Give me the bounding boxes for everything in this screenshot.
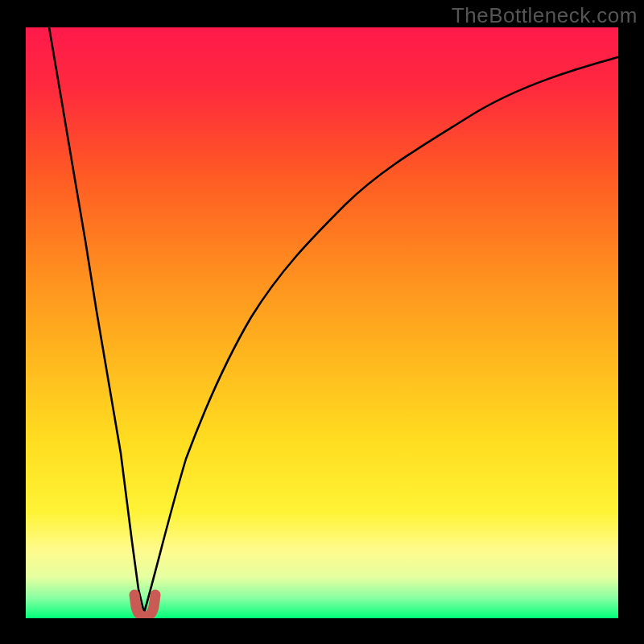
minimum-marker xyxy=(134,595,155,617)
watermark-text: TheBottleneck.com xyxy=(452,3,638,28)
bottleneck-curve xyxy=(26,27,618,618)
curve-right-branch xyxy=(144,57,618,613)
curve-left-branch xyxy=(49,27,144,613)
chart-frame xyxy=(26,27,618,618)
